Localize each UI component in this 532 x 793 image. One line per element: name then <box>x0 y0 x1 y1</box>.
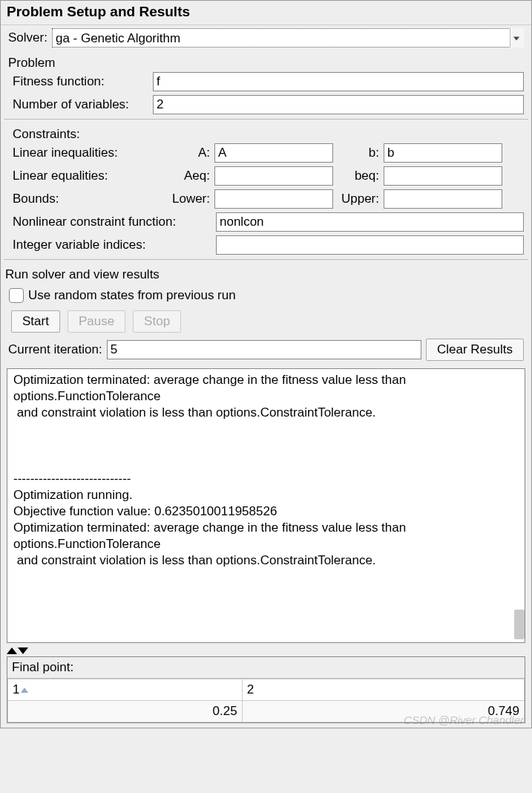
fitness-function-input[interactable] <box>153 72 524 91</box>
stop-button: Stop <box>133 310 181 333</box>
scrollbar-thumb[interactable] <box>514 610 525 639</box>
intvar-input[interactable] <box>216 235 524 255</box>
lower-input[interactable] <box>214 189 333 209</box>
col-header-1[interactable]: 1 <box>8 679 243 701</box>
Aeq-prefix: Aeq: <box>136 169 210 183</box>
constraints-group-label: Constraints: <box>8 125 524 143</box>
random-states-row[interactable]: Use random states from previous run <box>9 288 524 303</box>
upper-input[interactable] <box>384 189 502 209</box>
intvar-label: Integer variable indices: <box>13 238 211 252</box>
problem-group-label: Problem <box>8 54 524 72</box>
triangle-up-icon <box>7 647 17 654</box>
divider-2 <box>4 259 528 260</box>
final-point-table: 1 2 0.25 0.749 <box>7 679 525 722</box>
A-prefix: A: <box>136 146 210 160</box>
final-point-label: Final point: <box>7 657 525 679</box>
table-header-row: 1 2 <box>8 679 525 701</box>
results-text: Optimization terminated: average change … <box>7 369 525 642</box>
solver-label: Solver: <box>8 30 47 45</box>
random-states-checkbox[interactable] <box>9 288 24 303</box>
solver-select[interactable]: ga - Genetic Algorithm <box>52 28 524 48</box>
upper-prefix: Upper: <box>338 192 379 206</box>
nonlcon-label: Nonlinear constraint function: <box>13 215 211 229</box>
splitter-handle[interactable] <box>7 646 525 655</box>
problem-setup-panel: Problem Setup and Results Solver: ga - G… <box>0 0 532 728</box>
linear-ineq-label: Linear inequalities: <box>13 146 131 160</box>
Aeq-input[interactable] <box>214 166 333 186</box>
bounds-label: Bounds: <box>13 192 131 206</box>
start-button[interactable]: Start <box>11 310 60 333</box>
current-iteration-field <box>107 340 421 359</box>
clear-results-button[interactable]: Clear Results <box>426 339 524 361</box>
nonlcon-input[interactable] <box>216 212 524 232</box>
random-states-label: Use random states from previous run <box>28 288 236 303</box>
numvars-input[interactable] <box>153 95 524 114</box>
col-header-2[interactable]: 2 <box>242 679 524 701</box>
beq-prefix: beq: <box>338 169 379 183</box>
current-iteration-label: Current iteration: <box>8 342 102 357</box>
table-row: 0.25 0.749 <box>8 701 525 722</box>
final-point-panel: Final point: 1 2 0.25 0.749 <box>7 656 525 723</box>
b-input[interactable] <box>384 143 502 163</box>
A-input[interactable] <box>214 143 333 163</box>
cell-1: 0.25 <box>8 701 243 722</box>
b-prefix: b: <box>338 146 379 160</box>
divider <box>4 119 528 120</box>
lower-prefix: Lower: <box>136 192 210 206</box>
results-textarea[interactable]: Optimization terminated: average change … <box>7 368 525 643</box>
pause-button: Pause <box>68 310 125 333</box>
numvars-label: Number of variables: <box>13 97 148 112</box>
fitness-function-label: Fitness function: <box>13 74 148 89</box>
beq-input[interactable] <box>384 166 502 186</box>
sort-asc-icon <box>21 688 28 693</box>
linear-eq-label: Linear equalities: <box>13 169 131 183</box>
run-group-label: Run solver and view results <box>5 266 524 284</box>
cell-2: 0.749 <box>242 701 524 722</box>
solver-select-wrap: ga - Genetic Algorithm <box>52 28 524 48</box>
triangle-down-icon <box>18 647 28 654</box>
panel-title: Problem Setup and Results <box>1 1 531 25</box>
